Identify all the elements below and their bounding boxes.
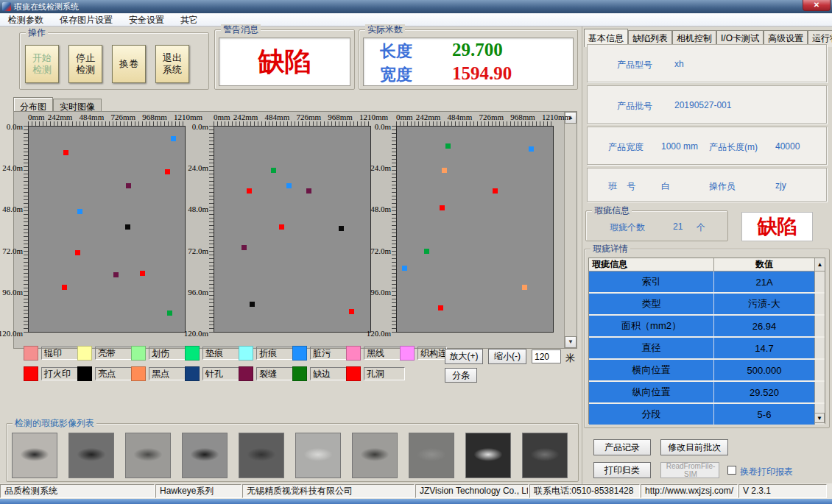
status-segment: 品质检测系统	[0, 484, 155, 498]
y-tick-label: 120.0m	[359, 329, 391, 338]
modify-batch-button[interactable]: 修改目前批次	[660, 439, 728, 455]
detail-row-value: 21A	[714, 271, 814, 292]
defect-thumbnail[interactable]	[409, 433, 454, 478]
print-sort-button[interactable]: 打印归类	[593, 462, 651, 478]
x-tick-label: 726mm	[110, 113, 135, 121]
operation-group-label: 操作	[26, 27, 48, 38]
status-segment: 联系电话:0510-85381428	[529, 484, 640, 498]
defect-point[interactable]	[250, 302, 255, 307]
defect-detail-row[interactable]: 类型污渍-大	[589, 294, 825, 314]
defect-point[interactable]	[339, 226, 344, 231]
defect-point[interactable]	[349, 309, 354, 314]
close-button[interactable]: ✕	[803, 0, 831, 11]
defect-point[interactable]	[493, 188, 498, 194]
product-model-label: 产品型号	[617, 59, 652, 71]
scroll-down-icon[interactable]: ▼	[565, 336, 577, 348]
app-window: 瑕疵在线检测系统 ✕ 检测参数保存图片设置安全设置其它 操作 开始 检测停止 检…	[0, 0, 832, 504]
defect-point[interactable]	[167, 310, 172, 316]
product-length-label: 产品长度(m)	[709, 141, 758, 154]
defect-point[interactable]	[522, 285, 527, 290]
defect-thumbnail[interactable]	[352, 433, 398, 478]
defect-point[interactable]	[424, 249, 429, 254]
legend-swatch-脏污	[292, 346, 307, 361]
plot-vscrollbar[interactable]: ▲ ▼	[564, 112, 577, 348]
defect-thumbnail[interactable]	[12, 433, 57, 478]
defect-point[interactable]	[165, 169, 170, 174]
defect-point[interactable]	[286, 183, 292, 188]
legend-swatch-亮带	[77, 346, 92, 361]
defect-point[interactable]	[140, 271, 145, 276]
defect-point[interactable]	[247, 188, 252, 194]
scatter-plot-2	[214, 126, 371, 333]
zoom-out-button[interactable]: 缩小(-)	[488, 349, 526, 364]
window-bottom-border	[0, 499, 832, 504]
defect-point[interactable]	[126, 183, 131, 188]
defect-thumbnail[interactable]	[125, 433, 171, 478]
defect-detail-row[interactable]: 分段5-6	[589, 404, 825, 425]
product-width-value: 1000 mm	[661, 141, 698, 152]
scatter-plot-1	[28, 126, 186, 333]
defect-thumbnail[interactable]	[522, 433, 568, 478]
detail-row-label: 类型	[589, 294, 714, 314]
defect-point[interactable]	[125, 224, 130, 230]
defect-thumbnail[interactable]	[239, 433, 284, 478]
op-button-换卷[interactable]: 换卷	[112, 45, 146, 83]
defect-detail-row[interactable]: 横向位置500.000	[589, 360, 825, 380]
op-button-停止检测[interactable]: 停止 检测	[68, 45, 102, 83]
meters-group-label: 实际米数	[365, 24, 405, 35]
detail-row-value: 29.520	[714, 382, 814, 402]
product-record-button[interactable]: 产品记录	[593, 439, 651, 455]
detail-row-scroll-track	[814, 360, 825, 380]
defect-point[interactable]	[63, 150, 68, 155]
defect-thumbnail[interactable]	[295, 433, 341, 478]
defect-point[interactable]	[445, 143, 451, 149]
defect-detail-row[interactable]: 面积（mm2）26.94	[589, 316, 825, 336]
detail-row-value: 500.000	[714, 360, 814, 380]
defect-point[interactable]	[442, 168, 447, 173]
defect-point[interactable]	[242, 245, 247, 250]
defect-point[interactable]	[529, 146, 534, 152]
defect-detail-row[interactable]: 直径14.7	[589, 338, 825, 358]
meters-range-input[interactable]	[532, 349, 561, 363]
defect-point[interactable]	[171, 136, 176, 141]
defect-detail-row[interactable]: 纵向位置29.520	[589, 382, 825, 402]
menu-item-其它[interactable]: 其它	[172, 13, 206, 26]
defect-detail-group-label: 瑕疵详情	[590, 244, 630, 254]
status-bar: 品质检测系统Hawkeye系列无锡精质视觉科技有限公司JZVision Tech…	[0, 483, 832, 499]
defect-thumbnail[interactable]	[182, 433, 228, 478]
legend-swatch-针孔	[185, 366, 200, 381]
detail-row-value: 26.94	[714, 316, 814, 336]
shift-label: 班 号	[608, 180, 635, 193]
defect-point[interactable]	[438, 305, 443, 310]
legend-swatch-打火印	[24, 366, 38, 381]
product-size-row: 产品宽度 1000 mm 产品长度(m) 40000	[587, 127, 827, 165]
defect-point[interactable]	[402, 266, 407, 271]
menu-item-安全设置[interactable]: 安全设置	[121, 13, 172, 26]
defect-point[interactable]	[77, 209, 82, 214]
menu-item-保存图片设置[interactable]: 保存图片设置	[52, 13, 121, 26]
print-on-roll-change-checkbox[interactable]	[727, 466, 736, 475]
defect-point[interactable]	[113, 272, 119, 277]
defect-point[interactable]	[279, 224, 284, 230]
detail-row-label: 分段	[589, 404, 714, 425]
defect-point[interactable]	[62, 285, 67, 290]
defect-point[interactable]	[271, 168, 276, 173]
defect-alarm-box: 缺陷	[741, 212, 813, 241]
defect-point[interactable]	[306, 188, 311, 194]
defect-detail-row[interactable]: 索引21A	[589, 271, 825, 292]
table-scroll-up-icon[interactable]: ▲	[814, 258, 825, 271]
legend-swatch-折痕	[239, 346, 253, 361]
y-tick-label: 96.0m	[359, 288, 391, 297]
zoom-in-button[interactable]: 放大(+)	[445, 349, 483, 364]
defect-point[interactable]	[75, 250, 80, 255]
menu-item-检测参数[interactable]: 检测参数	[0, 13, 52, 26]
split-button[interactable]: 分条	[445, 368, 477, 383]
op-button-开始检测[interactable]: 开始 检测	[25, 45, 59, 83]
table-scroll-down-icon[interactable]: ▼	[814, 413, 825, 423]
legend-label-亮带: 亮带	[95, 347, 136, 360]
op-button-退出系统[interactable]: 退出 系统	[155, 45, 189, 83]
defect-thumbnail[interactable]	[68, 433, 114, 478]
defect-thumbnail[interactable]	[465, 433, 511, 478]
panel-divider	[582, 26, 582, 484]
defect-point[interactable]	[440, 205, 445, 210]
